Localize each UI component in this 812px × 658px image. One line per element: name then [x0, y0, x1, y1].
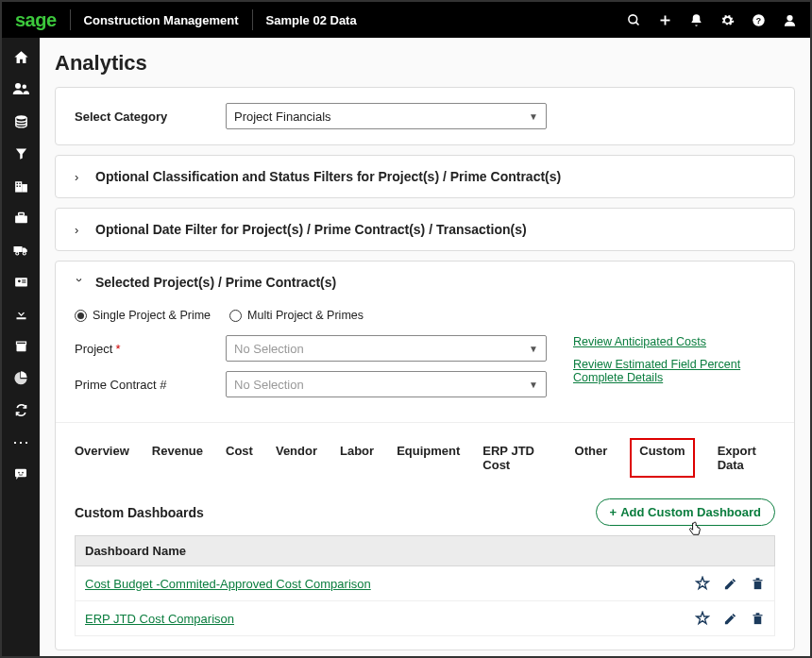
selected-projects-toggle[interactable]: › Selected Project(s) / Prime Contract(s… [56, 262, 794, 303]
toolbox-icon[interactable] [11, 208, 30, 227]
svg-rect-23 [22, 279, 25, 280]
selected-projects-panel: › Selected Project(s) / Prime Contract(s… [55, 261, 795, 650]
radio-single-label: Single Project & Prime [93, 309, 211, 322]
category-label: Select Category [75, 110, 226, 124]
svg-rect-27 [15, 469, 26, 478]
classification-filter-toggle[interactable]: › Optional Classification and Status Fil… [56, 156, 794, 197]
review-anticipated-link[interactable]: Review Anticipated Costs [573, 335, 775, 348]
tab-custom[interactable]: Custom [630, 438, 694, 478]
id-card-icon[interactable] [11, 272, 30, 291]
bell-icon[interactable] [689, 13, 703, 27]
chevron-down-icon: ▼ [529, 380, 538, 390]
more-icon[interactable]: ⋯ [11, 432, 30, 451]
svg-rect-17 [18, 212, 24, 215]
radio-multi-project[interactable]: Multi Project & Primes [229, 309, 364, 322]
trash-icon[interactable] [751, 577, 765, 591]
tenant-name: Sample 02 Data [266, 13, 357, 27]
gear-icon[interactable] [720, 13, 735, 27]
edit-icon[interactable] [723, 612, 737, 626]
people-icon[interactable] [11, 79, 30, 98]
add-button-label: Add Custom Dashboard [620, 505, 761, 519]
add-icon[interactable] [658, 13, 672, 27]
filter-icon[interactable] [11, 143, 30, 162]
radio-multi-label: Multi Project & Primes [247, 309, 364, 322]
svg-point-28 [18, 472, 20, 474]
svg-rect-13 [19, 182, 20, 183]
custom-dashboards-title: Custom Dashboards [75, 505, 596, 520]
logo: sage [15, 9, 57, 31]
page-title: Analytics [55, 51, 795, 76]
svg-point-29 [22, 472, 24, 474]
user-icon[interactable] [783, 13, 797, 27]
tab-erp-jtd[interactable]: ERP JTD Cost [482, 444, 551, 478]
search-icon[interactable] [627, 13, 641, 27]
svg-rect-34 [753, 615, 763, 616]
tab-labor[interactable]: Labor [340, 444, 374, 478]
svg-rect-33 [754, 616, 762, 624]
svg-rect-26 [16, 342, 25, 345]
tab-export[interactable]: Export Data [718, 444, 775, 478]
tab-equipment[interactable]: Equipment [397, 444, 460, 478]
refresh-icon[interactable] [11, 400, 30, 419]
table-row: Cost Budget -Commited-Approved Cost Comp… [75, 566, 775, 601]
category-panel: Select Category Project Financials ▼ [55, 87, 795, 145]
main-content: Analytics Select Category Project Financ… [40, 38, 810, 656]
radio-off-icon [229, 310, 242, 322]
coins-icon[interactable] [11, 111, 30, 130]
svg-point-9 [15, 115, 25, 119]
tab-other[interactable]: Other [575, 444, 608, 478]
tab-bar: Overview Revenue Cost Vendor Labor Equip… [56, 422, 794, 487]
svg-point-20 [23, 252, 25, 255]
review-estimated-link[interactable]: Review Estimated Field Percent Complete … [573, 358, 775, 384]
truck-icon[interactable] [11, 240, 30, 259]
help-icon[interactable]: ? [752, 13, 766, 27]
dashboard-link[interactable]: Cost Budget -Commited-Approved Cost Comp… [85, 577, 682, 591]
selected-projects-title: Selected Project(s) / Prime Contract(s) [95, 275, 336, 290]
category-select[interactable]: Project Financials ▼ [226, 103, 547, 129]
col-dashboard-name: Dashboard Name [85, 544, 186, 558]
pie-chart-icon[interactable] [11, 368, 30, 387]
dashboards-table: Dashboard Name Cost Budget -Commited-App… [56, 535, 794, 650]
chevron-down-icon: › [73, 278, 87, 287]
add-custom-dashboard-button[interactable]: + Add Custom Dashboard [596, 498, 775, 526]
calendar-icon[interactable] [11, 336, 30, 355]
svg-point-19 [16, 252, 19, 255]
svg-point-7 [15, 83, 21, 89]
chat-icon[interactable] [11, 464, 30, 483]
table-row: ERP JTD Cost Comparison [75, 601, 775, 636]
tab-overview[interactable]: Overview [75, 444, 129, 478]
radio-single-project[interactable]: Single Project & Prime [75, 309, 211, 322]
svg-rect-30 [754, 582, 762, 589]
svg-point-0 [629, 14, 637, 23]
category-value: Project Financials [234, 110, 331, 124]
dashboard-link[interactable]: ERP JTD Cost Comparison [85, 612, 682, 626]
divider [70, 9, 71, 30]
project-select[interactable]: No Selection ▼ [226, 335, 547, 362]
svg-point-8 [23, 85, 27, 90]
tab-vendor[interactable]: Vendor [276, 444, 317, 478]
chevron-right-icon: › [75, 170, 84, 184]
date-filter-toggle[interactable]: › Optional Date Filter for Project(s) / … [56, 209, 794, 250]
edit-icon[interactable] [723, 577, 737, 591]
download-icon[interactable] [11, 304, 30, 323]
building-icon[interactable] [11, 176, 30, 194]
svg-text:?: ? [756, 15, 761, 25]
svg-line-1 [635, 22, 638, 25]
left-nav: ⋯ [2, 38, 40, 656]
project-label: Project* [75, 342, 226, 356]
tab-revenue[interactable]: Revenue [152, 444, 203, 478]
plus-icon: + [610, 505, 617, 519]
home-icon[interactable] [11, 47, 30, 66]
svg-rect-15 [19, 185, 20, 186]
star-icon[interactable] [695, 611, 710, 626]
classification-filter-panel: › Optional Classification and Status Fil… [55, 155, 795, 198]
table-header: Dashboard Name [75, 535, 775, 566]
prime-contract-select[interactable]: No Selection ▼ [226, 371, 547, 397]
tab-cost[interactable]: Cost [226, 444, 253, 478]
date-filter-panel: › Optional Date Filter for Project(s) / … [55, 208, 795, 251]
star-icon[interactable] [695, 576, 710, 591]
svg-rect-32 [756, 578, 760, 580]
trash-icon[interactable] [751, 612, 765, 626]
radio-on-icon [75, 310, 87, 322]
svg-rect-14 [16, 185, 17, 186]
